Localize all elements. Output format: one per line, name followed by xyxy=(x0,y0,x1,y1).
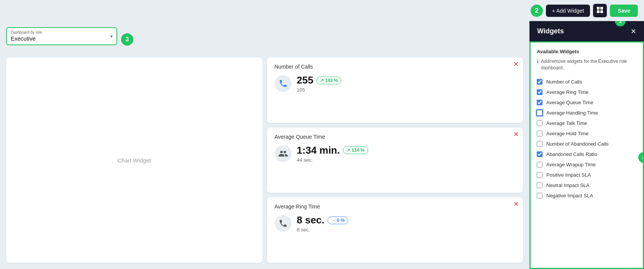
widget-title: Average Ring Time xyxy=(275,203,516,210)
widget-values: 8 sec. → 0 % 8 sec. xyxy=(297,214,348,233)
widget-list-item[interactable]: Negative Impact SLA xyxy=(537,190,637,201)
widget-checkbox-positive-impact-sla[interactable] xyxy=(537,172,542,178)
svg-rect-0 xyxy=(597,7,600,10)
trend-badge: → 0 % xyxy=(328,217,348,224)
widget-checkbox-average-wrapup-time[interactable] xyxy=(537,162,542,167)
trend-badge: ↗ 114 % xyxy=(343,146,368,154)
chart-placeholder: Chart Widget xyxy=(117,157,151,164)
widget-label-number-of-calls: Number of Calls xyxy=(546,79,582,85)
panel-body: Available Widgets ℹ Add/remove widgets f… xyxy=(529,41,644,269)
sub-value: 44 sec. xyxy=(297,157,368,163)
widget-list-item[interactable]: Average Handling Time xyxy=(537,108,637,118)
widget-label-average-wrapup-time: Average Wrapup Time xyxy=(546,162,596,167)
widget-close-button[interactable]: ✕ xyxy=(513,131,518,138)
widget-body: 1:34 min. ↗ 114 % 44 sec. xyxy=(275,144,516,163)
toolbar: 2 + Add Widget Save xyxy=(0,0,644,21)
panel-header: Widgets ✕ xyxy=(529,21,644,41)
widget-checkbox-abandoned-calls-ratio[interactable] xyxy=(537,151,542,157)
svg-rect-2 xyxy=(597,10,600,13)
widget-list-item[interactable]: Average Talk Time xyxy=(537,118,637,128)
widget-list-item[interactable]: Average Queue Time xyxy=(537,97,637,108)
widget-average-ring-time: ✕ Average Ring Time 8 sec. → 0 % 8 sec. xyxy=(267,197,523,263)
widget-list-item[interactable]: Neutral Impact SLA xyxy=(537,180,637,190)
widget-label-average-handling-time: Average Handling Time xyxy=(546,110,598,116)
widgets-grid: ✕ Number of Calls 255 ↗ 143 % 105 xyxy=(6,57,523,263)
grid-view-button[interactable] xyxy=(593,4,607,17)
main-value: 255 ↗ 143 % xyxy=(297,74,342,86)
save-button[interactable]: Save xyxy=(610,5,638,17)
widget-body: 8 sec. → 0 % 8 sec. xyxy=(275,214,516,233)
widget-close-button[interactable]: ✕ xyxy=(513,201,518,207)
trend-badge: ↗ 143 % xyxy=(316,77,341,84)
widget-list-item[interactable]: Number of Abandoned Calls xyxy=(537,139,637,149)
widget-average-queue-time: ✕ Average Queue Time 1:34 min. ↗ 114 % 4… xyxy=(267,128,523,193)
widget-body: 255 ↗ 143 % 105 xyxy=(275,74,516,93)
widget-label-number-of-abandoned-calls: Number of Abandoned Calls xyxy=(546,141,609,147)
widget-label-negative-impact-sla: Negative Impact SLA xyxy=(546,193,593,198)
main-layout: Dashboard by role Executive ▾ 3 ✕ Number… xyxy=(0,21,644,269)
svg-rect-3 xyxy=(600,10,603,13)
widget-checkbox-number-of-calls[interactable] xyxy=(537,79,542,85)
chevron-down-icon: ▾ xyxy=(110,34,113,39)
close-icon[interactable]: ✕ xyxy=(631,28,636,35)
widget-checkboxes-list: Number of CallsAverage Ring TimeAverage … xyxy=(537,77,637,201)
sub-value: 8 sec. xyxy=(297,227,348,233)
widget-list-item[interactable]: Abandoned Calls Ratio xyxy=(537,149,637,159)
widget-label-average-hold-time: Average Hold Time xyxy=(546,131,588,136)
widget-label-neutral-impact-sla: Neutral Impact SLA xyxy=(546,182,590,188)
widget-close-button[interactable]: ✕ xyxy=(513,61,518,67)
widget-checkbox-negative-impact-sla[interactable] xyxy=(537,193,542,198)
widget-list-item[interactable]: Average Hold Time xyxy=(537,128,637,139)
badge-2[interactable]: 2 xyxy=(531,5,543,17)
ring-icon xyxy=(275,215,292,232)
widget-checkbox-average-hold-time[interactable] xyxy=(537,131,542,136)
widget-checkbox-number-of-abandoned-calls[interactable] xyxy=(537,141,542,147)
queue-icon xyxy=(275,145,292,162)
add-widget-button[interactable]: + Add Widget xyxy=(546,5,590,17)
widget-label-average-talk-time: Average Talk Time xyxy=(546,120,587,126)
widget-list-item[interactable]: Positive Impact SLA xyxy=(537,170,637,180)
panel-title: Widgets xyxy=(537,27,564,35)
badge-4: 4 xyxy=(638,152,644,163)
widget-values: 255 ↗ 143 % 105 xyxy=(297,74,342,93)
role-selector-label: Dashboard by role xyxy=(11,30,113,34)
badge-3: 3 xyxy=(121,33,133,46)
widget-checkbox-average-handling-time[interactable] xyxy=(537,110,542,116)
widget-checkbox-average-queue-time[interactable] xyxy=(537,100,542,105)
widget-list-item[interactable]: Average Wrapup Time xyxy=(537,159,637,170)
widgets-panel: 1 Widgets ✕ Available Widgets ℹ Add/remo… xyxy=(529,21,644,269)
svg-rect-1 xyxy=(600,7,603,10)
widget-label-average-queue-time: Average Queue Time xyxy=(546,100,593,105)
widget-title: Average Queue Time xyxy=(275,134,516,140)
chart-widget: Chart Widget xyxy=(6,57,262,263)
main-value: 8 sec. → 0 % xyxy=(297,214,348,226)
sub-value: 105 xyxy=(297,87,342,93)
phone-icon xyxy=(275,75,292,92)
info-note: ℹ Add/remove widgets for the Executive r… xyxy=(537,58,637,71)
widget-checkbox-average-ring-time[interactable] xyxy=(537,89,542,95)
role-selector[interactable]: Dashboard by role Executive ▾ xyxy=(6,27,117,45)
info-text: Add/remove widgets for the Executive rol… xyxy=(541,58,637,71)
role-selector-value: Executive xyxy=(11,35,36,42)
widget-checkbox-average-talk-time[interactable] xyxy=(537,120,542,126)
widget-title: Number of Calls xyxy=(275,64,516,70)
left-panel: Dashboard by role Executive ▾ 3 ✕ Number… xyxy=(0,21,529,269)
widget-checkbox-neutral-impact-sla[interactable] xyxy=(537,182,542,188)
widget-list-item[interactable]: Number of Calls xyxy=(537,77,637,87)
available-widgets-title: Available Widgets xyxy=(537,49,637,54)
widget-values: 1:34 min. ↗ 114 % 44 sec. xyxy=(297,144,368,163)
main-value: 1:34 min. ↗ 114 % xyxy=(297,144,368,156)
widget-list-item[interactable]: Average Ring Time xyxy=(537,87,637,97)
widget-number-of-calls: ✕ Number of Calls 255 ↗ 143 % 105 xyxy=(267,57,523,123)
widget-label-positive-impact-sla: Positive Impact SLA xyxy=(546,172,591,178)
widget-label-abandoned-calls-ratio: Abandoned Calls Ratio xyxy=(546,151,597,157)
selector-row: Dashboard by role Executive ▾ 3 xyxy=(6,27,523,51)
widget-label-average-ring-time: Average Ring Time xyxy=(546,89,588,95)
info-icon: ℹ xyxy=(537,59,539,64)
